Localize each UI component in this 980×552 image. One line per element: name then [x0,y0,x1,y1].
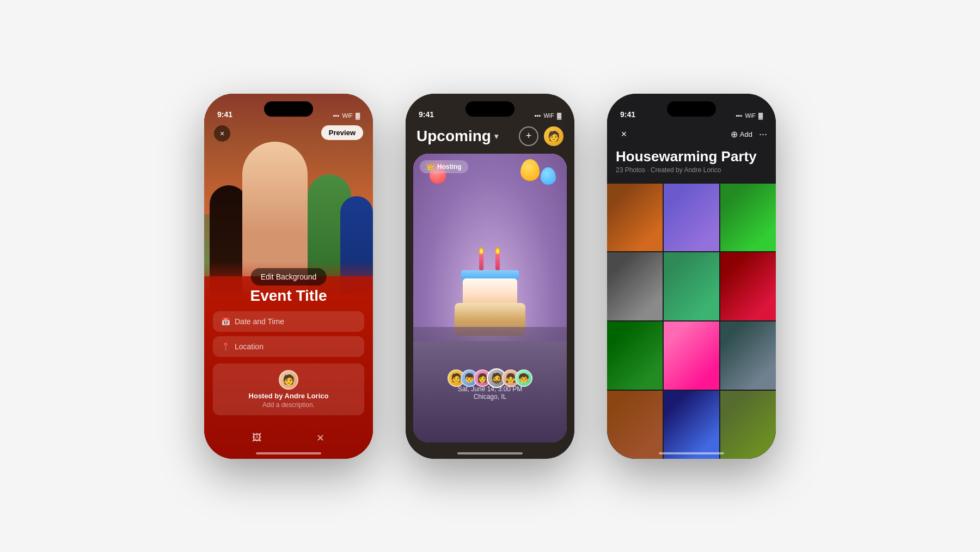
home-indicator-3 [659,452,724,454]
photo-cell-8[interactable] [664,322,719,390]
wifi-icon-3: WiF [745,112,756,119]
location-field[interactable]: 📍 Location [213,336,364,357]
date-time-field[interactable]: 📅 Date and Time [213,311,364,332]
signal-icon-1: ▪▪▪ [333,112,340,119]
photo-cell-1[interactable] [607,184,663,252]
close-button[interactable]: × [214,125,230,142]
photo-cell-11[interactable] [664,391,719,459]
event-title-field[interactable]: Event Title [250,287,327,305]
battery-icon-1: ▓ [356,112,360,119]
edit-background-button[interactable]: Edit Background [251,268,327,286]
event-image [413,154,567,342]
wifi-icon-1: WiF [342,112,353,119]
photo-cell-5[interactable] [664,252,719,320]
cake-candle-1 [479,254,483,270]
location-icon: 📍 [220,342,230,351]
album-subtitle: 23 Photos · Created by Andre Lorico [616,166,767,174]
dynamic-island-2 [465,101,514,117]
host-section: 🧑 Hosted by Andre Lorico Add a descripti… [213,363,364,415]
event-card[interactable]: 👑 Hosting 🧑 � [413,154,567,442]
host-avatar: 🧑 [279,370,298,390]
upcoming-title: Upcoming ▾ [416,128,498,145]
album-add-button[interactable]: ⊕ Add [731,129,752,139]
candle-flame-1 [479,247,483,254]
home-indicator-2 [457,452,523,454]
close-icon: × [621,129,627,140]
battery-icon-2: ▓ [557,112,561,119]
status-icons-1: ▪▪▪ WiF ▓ [333,112,360,119]
location-label: Location [235,342,264,351]
header-actions: + 🧑 [519,126,564,146]
upcoming-label: Upcoming [416,128,491,145]
battery-icon-3: ▓ [758,112,763,119]
photo-area [204,94,373,295]
photo-grid [607,184,776,459]
photo-cell-2[interactable] [664,184,719,252]
hosting-badge: 👑 Hosting [420,160,468,173]
photo-toolbar-button[interactable]: 🖼 [247,428,267,448]
phone-1: 9:41 ▪▪▪ WiF ▓ × Preview Edit Background… [204,94,373,459]
cake-candle-2 [495,254,500,270]
dismiss-button[interactable]: ✕ [310,428,330,448]
event-location: Chicago, IL [474,393,507,401]
album-close-button[interactable]: × [616,126,632,143]
photo-cell-3[interactable] [720,184,776,252]
bottom-toolbar: 🖼 ✕ [204,428,373,448]
phone-3: 9:41 ▪▪▪ WiF ▓ × ⊕ Add ··· Housewarming … [607,94,776,459]
photo-cell-4[interactable] [607,252,663,320]
wifi-icon-2: WiF [543,112,554,119]
upcoming-screen: Upcoming ▾ + 🧑 👑 Hosting [406,94,574,459]
status-icons-2: ▪▪▪ WiF ▓ [535,112,561,119]
album-title-section: Housewarming Party 23 Photos · Created b… [616,148,767,174]
plus-icon: ⊕ [731,129,738,139]
album-screen: × ⊕ Add ··· Housewarming Party 23 Photos… [607,94,776,459]
status-icons-3: ▪▪▪ WiF ▓ [736,112,763,119]
attendees-row: 🧑 👦 👩 🧔 👧 🧒 [448,368,532,388]
home-indicator-1 [256,452,321,454]
photo-cell-6[interactable] [720,252,776,320]
status-time-1: 9:41 [217,110,232,119]
preview-button[interactable]: Preview [321,125,363,140]
upcoming-header: Upcoming ▾ + 🧑 [406,122,574,150]
photo-cell-7[interactable] [607,322,663,390]
photo-cell-9[interactable] [720,322,776,390]
date-time-label: Date and Time [235,317,284,326]
add-label: Add [740,130,752,138]
add-event-button[interactable]: + [519,126,538,146]
dynamic-island-1 [264,101,313,117]
photo-cell-12[interactable] [720,391,776,459]
calendar-icon: 📅 [220,317,230,326]
status-time-3: 9:41 [620,110,635,119]
phone-2: 9:41 ▪▪▪ WiF ▓ Upcoming ▾ + 🧑 👑 Hosting [406,94,574,459]
description-placeholder[interactable]: Add a description. [262,401,315,409]
photo-cell-10[interactable] [607,391,663,459]
album-title: Housewarming Party [616,148,767,165]
album-header: × ⊕ Add ··· [607,122,776,147]
crown-icon: 👑 [426,163,434,171]
profile-avatar[interactable]: 🧑 [544,126,564,146]
host-name: Hosted by Andre Lorico [249,392,329,400]
album-header-actions: ⊕ Add ··· [731,129,767,140]
hosting-label: Hosting [437,163,462,171]
signal-icon-2: ▪▪▪ [535,112,541,119]
candle-flame-2 [495,247,500,254]
chevron-down-icon[interactable]: ▾ [494,132,498,141]
attendee-avatar-5: 🧒 [515,369,532,387]
dynamic-island-3 [667,101,716,117]
cake-tier-middle [463,278,517,306]
signal-icon-3: ▪▪▪ [736,112,743,119]
more-options-button[interactable]: ··· [759,129,767,140]
status-time-2: 9:41 [419,110,434,119]
